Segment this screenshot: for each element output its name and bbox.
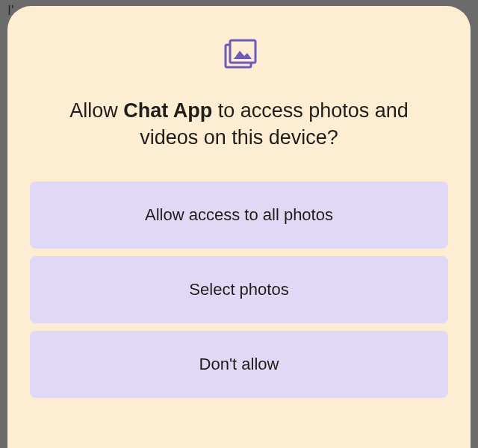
- photo-library-icon: [220, 34, 258, 76]
- svg-rect-1: [230, 40, 255, 63]
- title-prefix: Allow: [69, 99, 123, 122]
- permission-buttons: Allow access to all photos Select photos…: [30, 181, 448, 398]
- deny-button[interactable]: Don't allow: [30, 331, 448, 398]
- permission-dialog: Allow Chat App to access photos and vide…: [7, 6, 471, 448]
- select-photos-button[interactable]: Select photos: [30, 256, 448, 323]
- allow-all-button[interactable]: Allow access to all photos: [30, 181, 448, 249]
- app-name: Chat App: [123, 99, 212, 122]
- permission-title: Allow Chat App to access photos and vide…: [45, 97, 433, 152]
